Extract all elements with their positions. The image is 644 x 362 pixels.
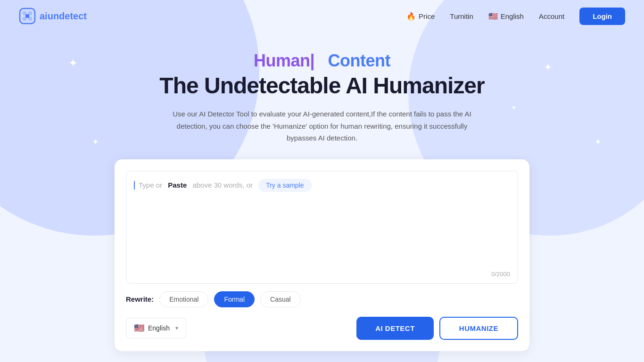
hint-type-or: Type or [139,181,162,189]
word-count: 0/2000 [491,271,510,278]
rewrite-formal-button[interactable]: Formal [214,291,255,307]
rewrite-emotional-button[interactable]: Emotional [159,291,208,307]
language-flag-icon: 🇺🇸 [134,323,144,333]
chevron-down-icon: ▾ [175,325,178,331]
nav-language-label: English [501,12,524,20]
main-content: Human| Content The Undetectable AI Human… [0,32,644,351]
hero-description: Use our AI Detector Tool to evaluate you… [169,108,475,144]
hero-title-line2: The Undetectable AI Humanizer [159,73,484,99]
fire-icon: 🔥 [406,12,416,21]
hint-above-text: above 30 words, or [192,181,253,189]
nav-turnitin-label: Turnitin [450,12,473,20]
svg-rect-5 [25,14,29,18]
humanize-button[interactable]: HUMANIZE [439,317,518,340]
logo-icon [19,8,36,25]
text-area-hint: Type or Paste above 30 words, or Try a s… [134,179,510,192]
rewrite-label: Rewrite: [126,295,154,303]
rewrite-section: Rewrite: Emotional Formal Casual [126,291,518,307]
nav-account[interactable]: Account [539,12,564,20]
nav-language[interactable]: 🇺🇸 English [488,12,524,21]
language-select[interactable]: 🇺🇸 English ▾ [126,318,186,338]
text-input-area[interactable]: Type or Paste above 30 words, or Try a s… [126,171,518,284]
try-sample-button[interactable]: Try a sample [258,179,311,192]
hero-title-content: Content [328,51,390,70]
hero-title-line1: Human| Content [254,51,390,71]
rewrite-casual-button[interactable]: Casual [260,291,301,307]
ai-detect-button[interactable]: AI DETECT [356,317,434,340]
action-row: 🇺🇸 English ▾ AI DETECT HUMANIZE [126,317,518,340]
nav-price[interactable]: 🔥 Price [406,12,435,21]
header: aiundetect 🔥 Price Turnitin 🇺🇸 English A… [0,0,644,32]
nav-turnitin[interactable]: Turnitin [450,12,473,20]
nav-price-label: Price [419,12,435,20]
language-select-label: English [148,324,170,332]
paste-button[interactable]: Paste [168,181,187,189]
main-card: Type or Paste above 30 words, or Try a s… [115,159,529,351]
cursor-icon [134,181,135,189]
nav: 🔥 Price Turnitin 🇺🇸 English Account Logi… [406,8,625,25]
logo-text: aiundetect [40,11,87,22]
nav-account-label: Account [539,12,564,20]
hero-title-human: Human| [254,51,314,70]
action-buttons: AI DETECT HUMANIZE [356,317,518,340]
flag-us-icon: 🇺🇸 [488,12,498,21]
logo[interactable]: aiundetect [19,8,87,25]
login-button[interactable]: Login [579,8,625,25]
